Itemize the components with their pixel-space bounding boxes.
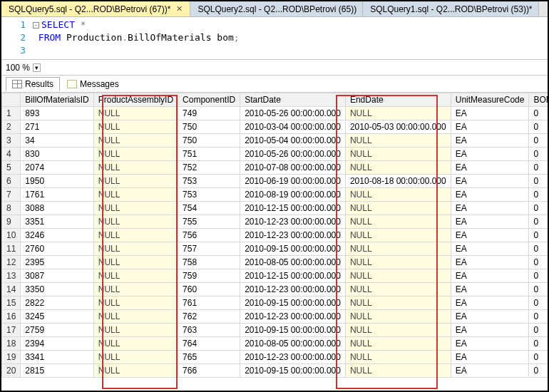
table-row[interactable]: 93351NULL7552010-12-23 00:00:00.000NULLE… (2, 215, 548, 229)
cell[interactable]: 2760 (21, 242, 93, 256)
table-row[interactable]: 122395NULL7582010-08-05 00:00:00.000NULL… (2, 256, 548, 269)
cell[interactable]: NULL (93, 283, 178, 296)
table-row[interactable]: 4830NULL7512010-05-26 00:00:00.000NULLEA… (2, 148, 548, 161)
cell[interactable]: 2815 (21, 364, 93, 378)
cell[interactable]: EA (451, 161, 529, 175)
cell[interactable]: 2010-05-03 00:00:00.000 (345, 120, 451, 134)
cell[interactable]: 2010-12-23 00:00:00.000 (240, 215, 346, 229)
table-row[interactable]: 2271NULL7502010-03-04 00:00:00.0002010-0… (2, 120, 548, 134)
cell[interactable]: NULL (345, 296, 451, 310)
close-icon[interactable]: ✕ (175, 4, 184, 14)
cell[interactable]: 2010-08-05 00:00:00.000 (240, 337, 346, 351)
cell[interactable]: 0 (529, 107, 548, 120)
cell[interactable]: 765 (178, 351, 240, 364)
cell[interactable]: 0 (529, 175, 548, 188)
col-header-componentid[interactable]: ComponentID (178, 93, 240, 107)
cell[interactable]: 34 (21, 134, 93, 148)
cell[interactable]: 0 (529, 161, 548, 175)
cell[interactable]: 0 (529, 269, 548, 283)
cell[interactable]: NULL (93, 134, 178, 148)
cell[interactable]: 2822 (21, 296, 93, 310)
cell[interactable]: NULL (93, 107, 178, 120)
cell[interactable]: NULL (93, 229, 178, 242)
cell[interactable]: NULL (345, 148, 451, 161)
cell[interactable]: NULL (93, 188, 178, 202)
table-row[interactable]: 52074NULL7522010-07-08 00:00:00.000NULLE… (2, 161, 548, 175)
cell[interactable]: NULL (93, 148, 178, 161)
cell[interactable]: 750 (178, 134, 240, 148)
cell[interactable]: 2010-05-04 00:00:00.000 (240, 134, 346, 148)
cell[interactable]: EA (451, 202, 529, 215)
cell[interactable]: NULL (93, 296, 178, 310)
cell[interactable]: 2010-07-08 00:00:00.000 (240, 161, 346, 175)
cell[interactable]: 2010-05-26 00:00:00.000 (240, 107, 346, 120)
file-tab-1[interactable]: SQLQuery2.sql - Q2...ROD\BPetrovi (65)) (190, 1, 363, 16)
table-row[interactable]: 103246NULL7562010-12-23 00:00:00.000NULL… (2, 229, 548, 242)
cell[interactable]: 0 (529, 256, 548, 269)
file-tab-2[interactable]: SQLQuery1.sql - Q2...ROD\BPetrovi (53))* (363, 1, 538, 16)
cell[interactable]: 0 (529, 148, 548, 161)
table-row[interactable]: 143350NULL7602010-12-23 00:00:00.000NULL… (2, 283, 548, 296)
cell[interactable]: NULL (93, 337, 178, 351)
results-grid-wrap[interactable]: BillOfMaterialsIDProductAssemblyIDCompon… (1, 93, 548, 391)
cell[interactable]: 2010-12-23 00:00:00.000 (240, 229, 346, 242)
cell[interactable]: 2010-05-26 00:00:00.000 (240, 148, 346, 161)
cell[interactable]: NULL (93, 202, 178, 215)
cell[interactable]: EA (451, 283, 529, 296)
table-row[interactable]: 83088NULL7542010-12-15 00:00:00.000NULLE… (2, 202, 548, 215)
cell[interactable]: NULL (93, 256, 178, 269)
cell[interactable]: 2010-09-15 00:00:00.000 (240, 296, 346, 310)
cell[interactable]: 830 (21, 148, 93, 161)
cell[interactable]: 2010-12-23 00:00:00.000 (240, 310, 346, 324)
cell[interactable]: NULL (345, 337, 451, 351)
cell[interactable]: 2395 (21, 256, 93, 269)
col-header-bomlevel[interactable]: BOMLevel (529, 93, 548, 107)
cell[interactable]: 2010-09-15 00:00:00.000 (240, 324, 346, 337)
cell[interactable]: 752 (178, 161, 240, 175)
cell[interactable]: 753 (178, 175, 240, 188)
cell[interactable]: 0 (529, 296, 548, 310)
tab-messages[interactable]: Messages (61, 78, 125, 91)
cell[interactable]: 2010-08-05 00:00:00.000 (240, 256, 346, 269)
cell[interactable]: NULL (345, 215, 451, 229)
cell[interactable]: 2010-12-15 00:00:00.000 (240, 269, 346, 283)
cell[interactable]: 3087 (21, 269, 93, 283)
table-row[interactable]: 334NULL7502010-05-04 00:00:00.000NULLEA0 (2, 134, 548, 148)
cell[interactable]: EA (451, 337, 529, 351)
cell[interactable]: EA (451, 324, 529, 337)
cell[interactable]: NULL (93, 324, 178, 337)
cell[interactable]: NULL (93, 215, 178, 229)
col-header-startdate[interactable]: StartDate (240, 93, 346, 107)
cell[interactable]: NULL (345, 324, 451, 337)
tab-results[interactable]: Results (6, 77, 60, 91)
cell[interactable]: 760 (178, 283, 240, 296)
cell[interactable]: 2010-09-15 00:00:00.000 (240, 242, 346, 256)
cell[interactable]: 762 (178, 310, 240, 324)
cell[interactable]: EA (451, 269, 529, 283)
cell[interactable]: EA (451, 215, 529, 229)
cell[interactable]: 751 (178, 148, 240, 161)
cell[interactable]: 0 (529, 202, 548, 215)
col-header-productassemblyid[interactable]: ProductAssemblyID (93, 93, 178, 107)
cell[interactable]: 2010-09-15 00:00:00.000 (240, 364, 346, 378)
cell[interactable]: 0 (529, 215, 548, 229)
cell[interactable]: 0 (529, 310, 548, 324)
table-row[interactable]: 193341NULL7652010-12-23 00:00:00.000NULL… (2, 351, 548, 364)
cell[interactable]: EA (451, 256, 529, 269)
col-header-billofmaterialsid[interactable]: BillOfMaterialsID (21, 93, 93, 107)
cell[interactable]: 759 (178, 269, 240, 283)
cell[interactable]: NULL (93, 269, 178, 283)
cell[interactable]: EA (451, 310, 529, 324)
col-header-enddate[interactable]: EndDate (345, 93, 451, 107)
col-header-unitmeasurecode[interactable]: UnitMeasureCode (451, 93, 529, 107)
cell[interactable]: EA (451, 188, 529, 202)
file-tab-0[interactable]: SQLQuery5.sql - Q2...ROD\BPetrovi (67))*… (1, 1, 190, 16)
cell[interactable]: EA (451, 296, 529, 310)
table-row[interactable]: 1893NULL7492010-05-26 00:00:00.000NULLEA… (2, 107, 548, 120)
cell[interactable]: EA (451, 351, 529, 364)
cell[interactable]: EA (451, 229, 529, 242)
cell[interactable]: NULL (93, 310, 178, 324)
table-row[interactable]: 61950NULL7532010-06-19 00:00:00.0002010-… (2, 175, 548, 188)
cell[interactable]: 3350 (21, 283, 93, 296)
cell[interactable]: EA (451, 134, 529, 148)
